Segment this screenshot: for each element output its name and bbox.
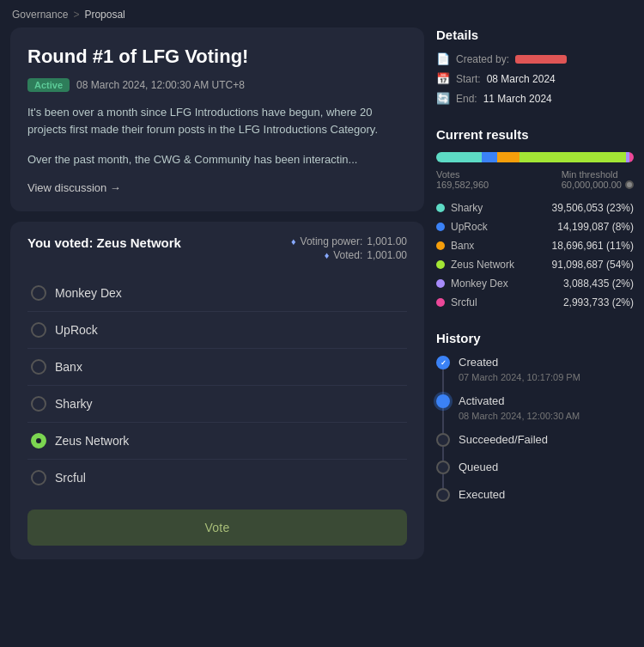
result-dot <box>436 298 445 307</box>
result-dot <box>436 260 445 269</box>
breadcrumb: Governance > Proposal <box>0 0 644 27</box>
voting-power-value: 1,001.00 <box>367 235 407 247</box>
history-content: Created07 March 2024, 10:17:09 PM <box>459 356 580 394</box>
end-label: End: <box>456 93 477 105</box>
created-by-redacted <box>515 55 567 64</box>
file-icon: 📄 <box>436 52 450 65</box>
votes-label: Votes <box>436 169 489 180</box>
result-item: Sharky39,506,053 (23%) <box>436 202 634 214</box>
view-discussion-link[interactable]: View discussion → <box>27 181 407 194</box>
end-row: 🔄 End: 11 March 2024 <box>436 92 634 105</box>
result-name: Zeus Network <box>451 259 546 271</box>
bar-segment <box>482 152 497 162</box>
option-item[interactable]: Zeus Network <box>27 423 407 460</box>
bar-segment <box>519 152 626 162</box>
options-list: Monkey DexUpRockBanxSharkyZeus NetworkSr… <box>27 275 407 496</box>
start-row: 📅 Start: 08 March 2024 <box>436 72 634 85</box>
result-dot <box>436 223 445 231</box>
proposal-description-1: It's been over a month since LFG Introdu… <box>27 104 407 140</box>
bar-segment <box>497 152 519 162</box>
vote-button[interactable]: Vote <box>27 510 407 546</box>
results-stats: Votes 169,582,960 Min threshold 60,000,0… <box>436 169 634 190</box>
results-bar <box>436 152 634 162</box>
history-timeline <box>436 488 450 515</box>
result-name: Banx <box>451 240 546 252</box>
voting-power-label: Voting power: <box>301 235 363 247</box>
start-value: 08 March 2024 <box>487 73 556 85</box>
threshold-info: Min threshold 60,000,000.00 <box>562 169 634 190</box>
result-name: Sharky <box>451 202 546 214</box>
history-line <box>442 447 444 461</box>
option-item[interactable]: Monkey Dex <box>27 275 407 312</box>
radio-circle[interactable] <box>31 470 46 485</box>
result-dot <box>436 241 445 250</box>
history-dot <box>436 461 450 474</box>
history-item: Activated08 March 2024, 12:00:30 AM <box>436 394 634 433</box>
voting-power-info: ♦ Voting power: 1,001.00 ♦ Voted: 1,001.… <box>291 235 407 263</box>
threshold-dot <box>625 180 634 189</box>
history-title: History <box>436 331 634 345</box>
radio-circle[interactable] <box>31 433 46 449</box>
result-name: UpRock <box>451 221 551 233</box>
option-label: Sharky <box>55 397 93 411</box>
history-content: Activated08 March 2024, 12:00:30 AM <box>459 394 580 433</box>
result-item: Monkey Dex3,088,435 (2%) <box>436 278 634 290</box>
result-dot <box>436 204 445 212</box>
start-label: Start: <box>456 73 481 85</box>
result-value: 3,088,435 (2%) <box>563 278 634 290</box>
status-badge: Active <box>27 78 70 92</box>
history-content: Executed <box>459 488 505 515</box>
result-item: Zeus Network91,098,687 (54%) <box>436 259 634 271</box>
history-content: Queued <box>459 461 498 488</box>
threshold-value: 60,000,000.00 <box>562 180 622 190</box>
proposal-description-2: Over the past month, the CWG & Community… <box>27 151 407 169</box>
history-label: Queued <box>459 461 498 475</box>
option-item[interactable]: Srcful <box>27 460 407 496</box>
history-item: Queued <box>436 461 634 488</box>
history-dot <box>436 394 450 408</box>
results-section: Current results Votes 169,582,960 Min th… <box>436 127 634 315</box>
result-item: Srcful2,993,733 (2%) <box>436 296 634 308</box>
history-dot <box>436 433 450 447</box>
diamond-icon-power: ♦ <box>291 236 296 247</box>
history-item: Created07 March 2024, 10:17:09 PM <box>436 356 634 394</box>
breadcrumb-governance[interactable]: Governance <box>12 9 68 21</box>
option-item[interactable]: Banx <box>27 349 407 386</box>
option-label: Srcful <box>55 471 86 485</box>
votes-value: 169,582,960 <box>436 180 489 190</box>
option-item[interactable]: UpRock <box>27 312 407 349</box>
result-dot <box>436 279 445 288</box>
bar-segment <box>436 152 482 162</box>
history-label: Executed <box>459 488 505 503</box>
proposal-meta: Active 08 March 2024, 12:00:30 AM UTC+8 <box>27 78 407 92</box>
history-dot <box>436 488 450 502</box>
breadcrumb-current: Proposal <box>84 9 125 21</box>
history-label: Activated <box>459 394 580 409</box>
history-content: Succeeded/Failed <box>459 433 548 461</box>
result-value: 2,993,733 (2%) <box>563 296 634 308</box>
results-items: Sharky39,506,053 (23%)UpRock14,199,087 (… <box>436 202 634 308</box>
proposal-title: Round #1 of LFG Voting! <box>27 45 407 70</box>
created-by-label: Created by: <box>456 53 509 65</box>
history-timeline <box>436 433 450 461</box>
voted-label-2: Voted: <box>333 249 362 261</box>
result-value: 39,506,053 (23%) <box>552 202 634 214</box>
option-item[interactable]: Sharky <box>27 386 407 423</box>
radio-circle[interactable] <box>31 285 46 301</box>
bar-segment <box>629 152 634 162</box>
history-list: Created07 March 2024, 10:17:09 PMActivat… <box>436 356 634 515</box>
radio-circle[interactable] <box>31 322 46 338</box>
diamond-icon-voted: ♦ <box>325 250 330 260</box>
voted-header: You voted: Zeus Network ♦ Voting power: … <box>27 235 407 263</box>
history-date: 08 March 2024, 12:00:30 AM <box>459 411 580 421</box>
results-title: Current results <box>436 127 634 142</box>
radio-circle[interactable] <box>31 359 46 375</box>
option-label: Banx <box>55 360 82 374</box>
history-line <box>442 408 444 433</box>
history-timeline <box>436 461 450 488</box>
radio-circle[interactable] <box>31 396 46 412</box>
history-label: Succeeded/Failed <box>459 433 548 448</box>
result-value: 91,098,687 (54%) <box>552 259 634 271</box>
end-value: 11 March 2024 <box>483 93 552 105</box>
calendar-end-icon: 🔄 <box>436 92 450 105</box>
